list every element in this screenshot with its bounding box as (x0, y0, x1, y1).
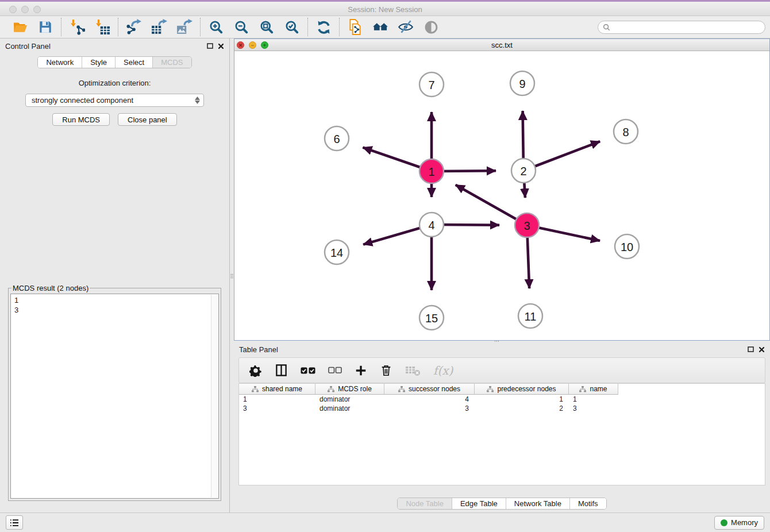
table-tab-network-table[interactable]: Network Table (506, 498, 569, 509)
column-type-icon (579, 386, 586, 392)
table-cell[interactable]: 1 (475, 395, 569, 404)
zoom-in-icon[interactable] (207, 18, 225, 36)
table-cell[interactable]: 3 (239, 404, 315, 413)
function-builder-icon[interactable]: f(x) (433, 364, 453, 377)
export-image-icon[interactable] (176, 18, 193, 36)
table-cell[interactable]: 1 (239, 395, 315, 404)
toggle-view-icon[interactable] (422, 18, 440, 36)
table-panel-title: Table Panel (239, 345, 278, 354)
table-tabs: Node TableEdge TableNetwork TableMotifs (234, 498, 770, 510)
open-session-icon[interactable] (11, 18, 29, 36)
table-cell[interactable]: 4 (384, 395, 475, 404)
memory-button[interactable]: Memory (714, 516, 764, 530)
graph-node-11[interactable]: 11 (518, 304, 542, 328)
import-table-icon[interactable] (94, 18, 111, 36)
zoom-selected-icon[interactable] (283, 18, 301, 36)
column-header-predecessor-nodes[interactable]: predecessor nodes (475, 384, 569, 395)
delete-table-icon[interactable] (405, 365, 421, 376)
close-table-panel-icon[interactable] (759, 346, 765, 353)
search-input[interactable] (613, 23, 760, 31)
run-mcds-button[interactable]: Run MCDS (52, 113, 110, 126)
select-chevrons-icon (195, 97, 200, 104)
node-label-7: 7 (428, 79, 434, 91)
graph-node-7[interactable]: 7 (419, 72, 444, 97)
table-row[interactable]: 1dominator411 (239, 395, 765, 404)
graph-node-2[interactable]: 2 (511, 159, 536, 183)
network-minimize-button[interactable]: − (249, 41, 256, 49)
refresh-view-icon[interactable] (315, 18, 332, 36)
network-canvas[interactable]: 1234678910111415 (234, 51, 769, 340)
column-type-icon (252, 386, 259, 392)
node-table: shared nameMCDS rolesuccessor nodesprede… (238, 383, 765, 485)
column-header-label: shared name (262, 385, 302, 393)
network-close-button[interactable]: ✕ (237, 41, 244, 49)
search-field[interactable] (598, 21, 765, 34)
graph-node-14[interactable]: 14 (325, 240, 349, 264)
task-history-button[interactable] (6, 515, 23, 530)
close-panel-button[interactable]: Close panel (118, 113, 177, 126)
node-label-1: 1 (428, 165, 434, 178)
table-cell[interactable]: 3 (569, 404, 618, 413)
column-header-name[interactable]: name (569, 384, 618, 395)
duplicate-network-icon[interactable] (346, 18, 364, 36)
node-label-15: 15 (425, 312, 438, 325)
select-all-rows-icon[interactable] (301, 367, 315, 375)
optimization-criterion-label: Optimization criterion: (5, 79, 225, 87)
vertical-splitter-grip[interactable] (230, 269, 233, 283)
table-cell[interactable]: dominator (315, 395, 384, 404)
memory-status-icon (721, 519, 727, 526)
column-type-icon (487, 386, 494, 392)
column-header-label: name (590, 385, 607, 393)
home-layout-icon[interactable] (372, 18, 389, 36)
graph-node-3[interactable]: 3 (515, 213, 539, 237)
zoom-out-icon[interactable] (233, 18, 250, 36)
table-panel: Table Panel f(x) shared n (234, 342, 770, 512)
close-panel-icon[interactable] (218, 43, 224, 49)
optimization-criterion-select[interactable]: strongly connected component (25, 94, 204, 107)
table-cell[interactable]: 2 (475, 404, 569, 413)
graph-node-6[interactable]: 6 (325, 126, 349, 151)
column-header-shared-name[interactable]: shared name (239, 384, 315, 395)
network-window-titlebar: ✕ − + scc.txt (234, 39, 769, 51)
graph-node-15[interactable]: 15 (419, 306, 444, 330)
table-tab-edge-table[interactable]: Edge Table (452, 498, 506, 509)
table-header-row: shared nameMCDS rolesuccessor nodesprede… (239, 384, 765, 395)
result-scrollbar[interactable] (211, 295, 218, 498)
status-bar: Memory (0, 512, 770, 532)
export-table-icon[interactable] (151, 18, 168, 36)
float-table-panel-icon[interactable] (748, 346, 754, 352)
delete-columns-icon[interactable] (380, 364, 392, 377)
split-columns-icon[interactable] (275, 364, 288, 377)
float-panel-icon[interactable] (207, 43, 213, 49)
hide-panels-icon[interactable] (397, 18, 414, 36)
column-header-label: MCDS role (338, 385, 372, 393)
column-header-label: successor nodes (409, 385, 460, 393)
optimization-criterion-value: strongly connected component (32, 96, 133, 105)
table-tab-node-table[interactable]: Node Table (398, 498, 452, 509)
table-tab-motifs[interactable]: Motifs (569, 498, 606, 509)
table-row[interactable]: 3dominator323 (239, 404, 765, 413)
graph-node-4[interactable]: 4 (419, 213, 444, 237)
zoom-fit-icon[interactable] (258, 18, 275, 36)
table-tab-segmented-control: Node TableEdge TableNetwork TableMotifs (397, 498, 606, 510)
graph-node-8[interactable]: 8 (614, 119, 638, 144)
add-column-icon[interactable] (355, 364, 367, 377)
column-header-MCDS-role[interactable]: MCDS role (315, 384, 384, 395)
graph-node-9[interactable]: 9 (510, 71, 534, 95)
graph-node-1[interactable]: 1 (419, 159, 444, 183)
table-cell[interactable]: dominator (315, 404, 384, 413)
table-cell[interactable]: 3 (384, 404, 475, 413)
table-cell[interactable]: 1 (569, 395, 618, 404)
deselect-all-rows-icon[interactable] (328, 367, 342, 374)
settings-gear-icon[interactable] (249, 364, 262, 377)
export-network-icon[interactable] (125, 18, 143, 36)
graph-node-10[interactable]: 10 (615, 234, 639, 259)
import-network-icon[interactable] (68, 18, 86, 36)
save-session-icon[interactable] (37, 18, 54, 36)
network-maximize-button[interactable]: + (261, 41, 268, 49)
column-header-successor-nodes[interactable]: successor nodes (384, 384, 475, 395)
mcds-result-text[interactable]: 1 3 (10, 294, 219, 499)
node-label-14: 14 (330, 246, 343, 259)
node-label-10: 10 (621, 241, 633, 253)
task-list-icon (10, 519, 19, 527)
